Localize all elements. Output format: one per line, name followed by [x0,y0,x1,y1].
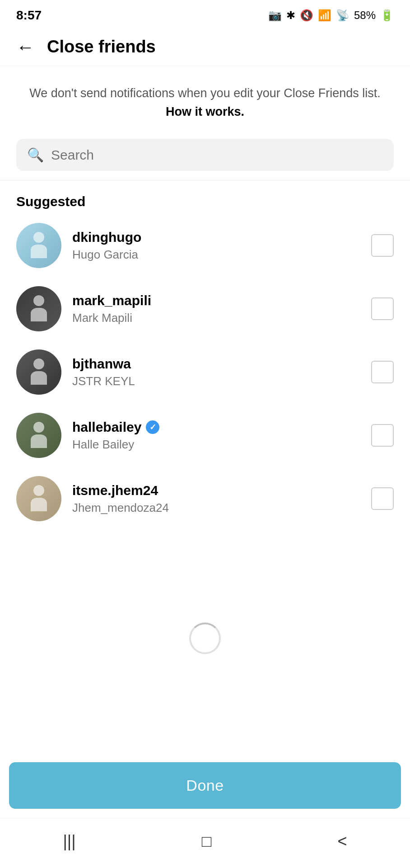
menu-button[interactable]: ||| [50,827,89,855]
avatar [16,413,61,458]
battery-icon: 🔋 [380,9,394,22]
back-nav-button[interactable]: < [324,827,360,855]
spacer [0,681,410,755]
username: bjthanwa [72,356,131,372]
search-container: 🔍 [0,134,410,180]
username: mark_mapili [72,293,151,308]
loading-spinner [189,623,221,654]
user-info: dkinghugo Hugo Garcia [72,230,360,262]
display-name: Halle Bailey [72,438,360,452]
avatar [16,476,61,521]
list-item: itsme.jhem24 Jhem_mendoza24 [0,467,410,530]
avatar [16,349,61,395]
signal-icon: 📡 [336,9,349,22]
suggested-label: Suggested [0,185,410,214]
list-item: dkinghugo Hugo Garcia [0,214,410,277]
username-row: bjthanwa [72,356,360,372]
verified-badge: ✓ [146,420,159,434]
search-icon: 🔍 [27,147,44,163]
search-input[interactable] [51,147,383,163]
header: ← Close friends [0,28,410,66]
display-name: Hugo Garcia [72,248,360,262]
add-friend-checkbox[interactable] [371,297,394,320]
status-icons: 📷 ✱ 🔇 📶 📡 58% 🔋 [268,9,394,22]
divider [0,180,410,180]
user-info: hallebailey ✓ Halle Bailey [72,420,360,452]
username-row: hallebailey ✓ [72,420,360,435]
status-bar: 8:57 📷 ✱ 🔇 📶 📡 58% 🔋 [0,0,410,28]
page-title: Close friends [47,37,156,57]
user-info: mark_mapili Mark Mapili [72,293,360,325]
mute-icon: 🔇 [300,9,313,22]
username: itsme.jhem24 [72,483,158,498]
display-name: JSTR KEYL [72,374,360,388]
camera-icon: 📷 [268,9,282,22]
bluetooth-icon: ✱ [286,9,295,22]
add-friend-checkbox[interactable] [371,234,394,257]
battery-text: 58% [354,9,376,22]
username-row: itsme.jhem24 [72,483,360,498]
username-row: mark_mapili [72,293,360,308]
notice-text: We don't send notifications when you edi… [0,66,410,134]
avatar [16,223,61,268]
loading-spinner-container [0,604,410,681]
done-button[interactable]: Done [9,762,401,809]
list-item: hallebailey ✓ Halle Bailey [0,404,410,467]
avatar [16,286,61,331]
add-friend-checkbox[interactable] [371,487,394,510]
nav-bar: ||| □ < [0,818,410,868]
list-item: mark_mapili Mark Mapili [0,277,410,340]
done-button-container: Done [0,755,410,818]
search-bar: 🔍 [16,139,394,171]
how-it-works-link[interactable]: How it works. [166,105,244,118]
list-item: bjthanwa JSTR KEYL [0,340,410,404]
username-row: dkinghugo [72,230,360,245]
username: hallebailey [72,420,141,435]
notice-body: We don't send notifications when you edi… [29,86,381,100]
username: dkinghugo [72,230,141,245]
status-time: 8:57 [16,8,42,23]
user-info: itsme.jhem24 Jhem_mendoza24 [72,483,360,515]
add-friend-checkbox[interactable] [371,361,394,383]
display-name: Mark Mapili [72,311,360,325]
back-button[interactable]: ← [16,38,34,56]
user-info: bjthanwa JSTR KEYL [72,356,360,388]
home-button[interactable]: □ [188,827,225,855]
user-list: dkinghugo Hugo Garcia mark_mapili Mark M… [0,214,410,604]
display-name: Jhem_mendoza24 [72,501,360,515]
add-friend-checkbox[interactable] [371,424,394,447]
wifi-icon: 📶 [318,9,331,22]
